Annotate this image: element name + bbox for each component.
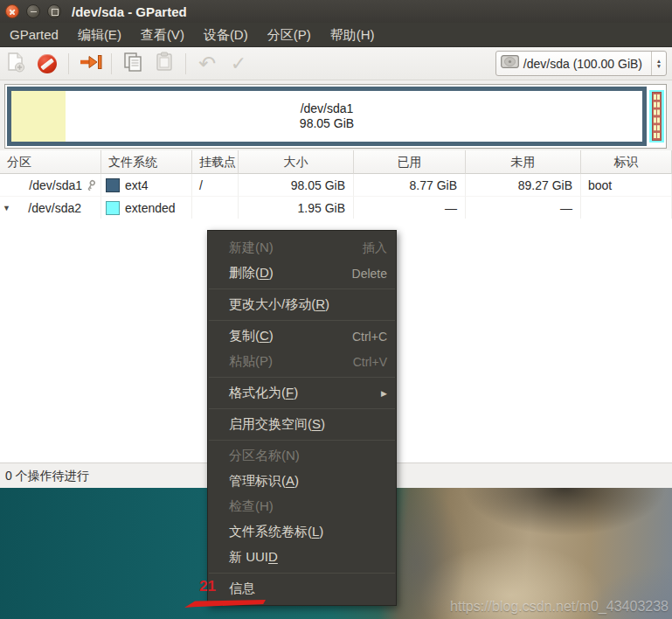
maximize-button-icon[interactable] xyxy=(47,4,61,18)
paste-icon xyxy=(155,52,174,75)
column-header-unused[interactable]: 未用 xyxy=(466,150,581,174)
mount-point: / xyxy=(192,174,239,197)
menu-item-swapon[interactable]: 启用交换空间(S) xyxy=(208,412,396,437)
partition-context-menu: 新建(N) 插入 删除(D) Delete 更改大小/移动(R) 复制(C) C… xyxy=(207,230,397,606)
new-partition-icon xyxy=(6,52,25,76)
resize-move-button[interactable] xyxy=(75,51,105,77)
table-row-sda2[interactable]: ▼ /dev/sda2 extended 1.95 GiB — — xyxy=(0,197,672,219)
filesystem-name: ext4 xyxy=(125,174,148,197)
accelerator: Delete xyxy=(352,267,387,281)
filesystem-name: extended xyxy=(125,197,176,219)
expander-icon[interactable]: ▼ xyxy=(3,197,10,219)
size-value: 98.05 GiB xyxy=(239,174,354,197)
column-header-flags[interactable]: 标识 xyxy=(581,150,672,174)
copy-icon xyxy=(123,52,143,75)
menu-item-check: 检查(H) xyxy=(208,494,396,519)
menu-separator xyxy=(208,406,396,412)
menubar: GParted 编辑(E) 查看(V) 设备(D) 分区(P) 帮助(H) xyxy=(0,23,672,47)
menu-gparted[interactable]: GParted xyxy=(0,23,68,46)
delete-partition-button[interactable] xyxy=(32,51,62,77)
visual-partition-name: /dev/sda1 xyxy=(11,101,642,116)
partition-name: /dev/sda2 xyxy=(28,197,81,219)
menu-edit[interactable]: 编辑(E) xyxy=(68,23,131,46)
unused-value: 89.27 GiB xyxy=(466,174,581,197)
menu-separator xyxy=(208,317,396,323)
toolbar-separator xyxy=(185,53,186,74)
window-title: /dev/sda - GParted xyxy=(72,4,187,19)
menu-item-format-to[interactable]: 格式化为(F) ▶ xyxy=(208,380,396,406)
menu-item-manage-flags[interactable]: 管理标识(A) xyxy=(208,469,396,494)
submenu-arrow-icon: ▶ xyxy=(381,389,387,398)
flags-value xyxy=(581,197,672,219)
menu-item-resize-move[interactable]: 更改大小/移动(R) xyxy=(208,292,396,317)
menu-help[interactable]: 帮助(H) xyxy=(321,23,384,46)
partition-visual-swap[interactable] xyxy=(652,92,662,141)
column-header-mountpoint[interactable]: 挂载点 xyxy=(192,150,239,174)
visual-partition-size: 98.05 GiB xyxy=(11,116,642,131)
pending-operations-text: 0 个操作待进行 xyxy=(5,469,89,483)
menu-separator xyxy=(208,437,396,443)
column-header-filesystem[interactable]: 文件系统 xyxy=(101,150,192,174)
mounted-key-icon xyxy=(85,179,97,191)
accelerator: 插入 xyxy=(363,240,387,256)
menu-item-information[interactable]: 信息 xyxy=(208,576,396,602)
window-controls xyxy=(5,4,61,18)
undo-button: ↶ xyxy=(192,51,222,77)
resize-move-arrow-icon xyxy=(79,54,102,73)
flags-value: boot xyxy=(581,174,672,197)
table-row-sda1[interactable]: /dev/sda1 ext4 / 98.05 GiB 8.77 GiB 89.2… xyxy=(0,174,672,197)
annotation-number: 21 xyxy=(199,578,216,595)
undo-icon: ↶ xyxy=(198,55,216,73)
toolbar: ↶ ✓ /dev/sda (100.00 GiB) ▲ ▼ xyxy=(0,47,672,80)
watermark-text: https://blog.csdn.net/m0_43403238 xyxy=(450,599,669,615)
menu-item-new: 新建(N) 插入 xyxy=(208,235,396,261)
delete-no-entry-icon xyxy=(38,54,57,73)
column-header-partition[interactable]: 分区 xyxy=(0,150,101,174)
column-header-size[interactable]: 大小 xyxy=(239,150,354,174)
close-button-icon[interactable] xyxy=(5,4,19,18)
menu-separator xyxy=(208,570,396,576)
menu-item-label-filesystem[interactable]: 文件系统卷标(L) xyxy=(208,519,396,545)
used-value: — xyxy=(354,197,466,219)
mount-point xyxy=(192,197,239,219)
minimize-button-icon[interactable] xyxy=(26,4,40,18)
menu-item-new-uuid[interactable]: 新 UUID xyxy=(208,545,396,570)
accelerator: Ctrl+C xyxy=(352,330,387,344)
menu-item-copy[interactable]: 复制(C) Ctrl+C xyxy=(208,323,396,349)
toolbar-separator xyxy=(68,53,69,74)
menu-item-name-partition: 分区名称(N) xyxy=(208,443,396,469)
copy-button[interactable] xyxy=(118,51,148,77)
titlebar: /dev/sda - GParted xyxy=(0,0,672,23)
menu-device[interactable]: 设备(D) xyxy=(194,23,258,46)
partition-visual-extended[interactable] xyxy=(649,90,664,143)
used-value: 8.77 GiB xyxy=(354,174,466,197)
filesystem-color-swatch xyxy=(106,178,120,192)
menu-item-delete[interactable]: 删除(D) Delete xyxy=(208,261,396,286)
accelerator: Ctrl+V xyxy=(353,355,387,369)
device-selector[interactable]: /dev/sda (100.00 GiB) ▲ ▼ xyxy=(495,51,667,76)
column-header-used[interactable]: 已用 xyxy=(354,150,466,174)
spinner-down-icon: ▼ xyxy=(656,64,662,69)
unused-value: — xyxy=(466,197,581,219)
menu-view[interactable]: 查看(V) xyxy=(131,23,194,46)
device-spinner[interactable]: ▲ ▼ xyxy=(651,52,666,75)
menu-separator xyxy=(208,374,396,380)
new-partition-button xyxy=(1,51,31,77)
hard-disk-icon xyxy=(501,55,519,72)
paste-button xyxy=(149,51,179,77)
partition-name: /dev/sda1 xyxy=(29,174,82,197)
table-header-row: 分区 文件系统 挂载点 大小 已用 未用 标识 xyxy=(0,150,672,174)
menu-separator xyxy=(208,286,396,292)
filesystem-color-swatch xyxy=(106,201,120,215)
size-value: 1.95 GiB xyxy=(239,197,354,219)
device-label: /dev/sda (100.00 GiB) xyxy=(523,57,642,71)
menu-partition[interactable]: 分区(P) xyxy=(258,23,321,46)
screen: /dev/sda - GParted GParted 编辑(E) 查看(V) 设… xyxy=(0,0,672,619)
menu-item-paste: 粘贴(P) Ctrl+V xyxy=(208,349,396,374)
apply-button: ✓ xyxy=(224,51,253,77)
toolbar-separator xyxy=(111,53,112,74)
partition-visual-sda1[interactable]: /dev/sda1 98.05 GiB xyxy=(7,87,647,146)
partition-visual-panel: /dev/sda1 98.05 GiB xyxy=(4,84,667,149)
apply-check-icon: ✓ xyxy=(231,55,246,73)
